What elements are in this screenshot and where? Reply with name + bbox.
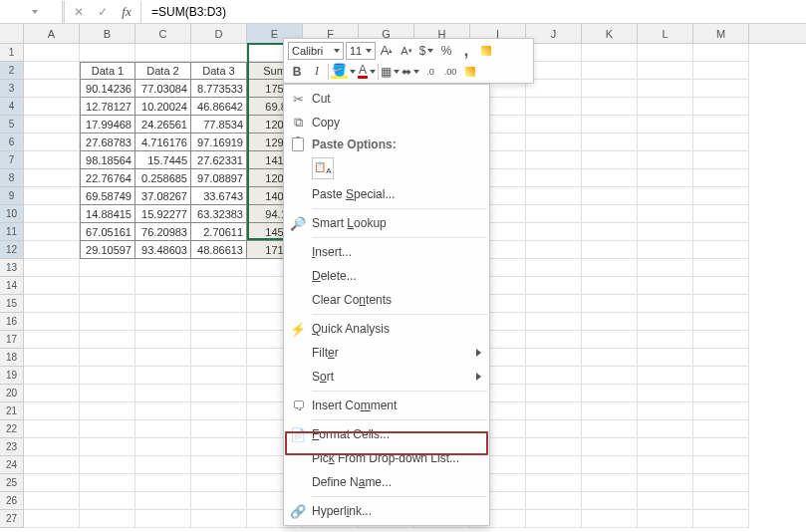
cell[interactable] [693,456,749,474]
decrease-font-icon[interactable]: A▾ [398,42,415,60]
cell[interactable] [526,133,582,151]
cell[interactable]: 27.62331 [191,151,247,169]
cell[interactable] [638,259,693,277]
cell[interactable] [24,313,80,331]
menu-define-name[interactable]: Define Name... [284,470,489,494]
col-header-m[interactable]: M [693,24,749,43]
cell[interactable] [582,151,638,169]
comma-format-button[interactable]: , [457,42,475,60]
cell[interactable] [191,385,247,402]
row-header[interactable]: 6 [0,133,24,151]
cell[interactable] [582,169,638,187]
cell[interactable]: 93.48603 [135,241,191,259]
cell[interactable] [191,474,247,492]
cell[interactable] [526,313,582,331]
cell[interactable] [24,420,80,438]
cell[interactable] [80,277,135,295]
cell[interactable] [693,438,749,456]
cell[interactable] [191,456,247,474]
col-header-j[interactable]: J [526,24,582,43]
menu-sort[interactable]: Sort [284,365,489,389]
cell[interactable] [80,474,135,492]
cell[interactable] [526,241,582,259]
cell[interactable] [135,277,191,295]
cell[interactable] [526,402,582,420]
row-header[interactable]: 7 [0,151,24,169]
cell[interactable] [582,259,638,277]
merge-center-button[interactable]: ⬌ [402,63,419,81]
cell[interactable]: 46.86642 [191,98,247,116]
cell[interactable] [191,367,247,385]
cell[interactable] [24,492,80,510]
cell[interactable] [80,420,135,438]
cell[interactable] [526,474,582,492]
cell[interactable] [693,151,749,169]
cell[interactable] [24,385,80,402]
cell[interactable] [135,295,191,313]
cell[interactable] [638,492,693,510]
cell[interactable] [24,223,80,241]
cell[interactable] [135,492,191,510]
cell[interactable] [191,492,247,510]
format-painter-button[interactable] [461,63,479,81]
cell[interactable]: 27.68783 [80,133,135,151]
cell[interactable]: 10.20024 [135,98,191,116]
menu-clear-contents[interactable]: Clear Contents [284,288,489,312]
insert-function-button[interactable]: fx [115,1,138,23]
cell[interactable] [526,98,582,116]
font-size-selector[interactable]: 11 [346,42,376,60]
cell[interactable] [638,331,693,349]
cell[interactable] [24,402,80,420]
cell[interactable] [191,259,247,277]
cell[interactable] [693,187,749,205]
row-header[interactable]: 22 [0,420,24,438]
cell[interactable] [24,331,80,349]
cell[interactable] [638,62,693,80]
cell[interactable] [693,510,749,528]
cell[interactable] [80,349,135,367]
cell[interactable] [582,295,638,313]
format-painter-icon[interactable] [477,42,495,60]
cell[interactable] [582,510,638,528]
cell[interactable] [638,151,693,169]
col-header-d[interactable]: D [191,24,247,43]
formula-input[interactable] [143,1,806,23]
cell[interactable]: 97.16919 [191,133,247,151]
cell[interactable] [693,223,749,241]
cell[interactable] [526,116,582,133]
row-header[interactable]: 11 [0,223,24,241]
row-header[interactable]: 19 [0,367,24,385]
row-header[interactable]: 5 [0,116,24,133]
bold-button[interactable]: B [288,63,306,81]
cell[interactable] [80,295,135,313]
cell[interactable]: 98.18564 [80,151,135,169]
cell[interactable] [693,98,749,116]
cell[interactable] [135,331,191,349]
cell[interactable] [638,295,693,313]
cell[interactable] [526,492,582,510]
cell[interactable] [135,349,191,367]
row-header[interactable]: 23 [0,438,24,456]
cell[interactable] [582,367,638,385]
col-header-a[interactable]: A [24,24,80,43]
cell[interactable] [582,277,638,295]
cell[interactable] [24,80,80,98]
cell[interactable] [693,169,749,187]
menu-filter[interactable]: Filter [284,341,489,365]
cell[interactable] [582,187,638,205]
cell[interactable] [693,402,749,420]
cell[interactable] [582,438,638,456]
row-header[interactable]: 18 [0,349,24,367]
cell[interactable] [638,98,693,116]
menu-quick-analysis[interactable]: ⚡Quick Analysis [284,317,489,341]
cell[interactable] [526,80,582,98]
cell[interactable] [638,456,693,474]
cell[interactable] [582,385,638,402]
cell[interactable] [526,438,582,456]
menu-pick-from-dropdown[interactable]: Pick From Drop-down List... [284,446,489,470]
cell[interactable] [526,169,582,187]
cell[interactable] [135,44,191,62]
cell[interactable] [191,277,247,295]
paste-default-button[interactable]: 📋A [312,157,334,179]
cell[interactable]: 76.20983 [135,223,191,241]
